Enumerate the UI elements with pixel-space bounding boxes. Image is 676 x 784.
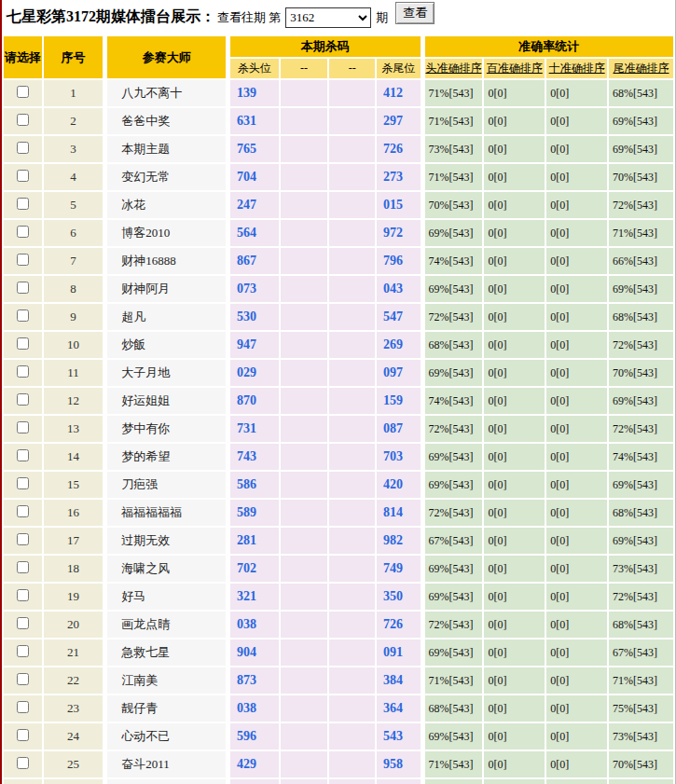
row-kill-tail[interactable]: 087 <box>377 416 421 442</box>
row-select-cell <box>4 667 42 694</box>
row-checkbox[interactable] <box>17 309 29 322</box>
row-kill-mid1 <box>281 304 328 330</box>
row-checkbox[interactable] <box>17 617 29 629</box>
row-kill-tail[interactable]: 726 <box>377 136 421 162</box>
row-kill-head[interactable]: 429 <box>228 751 279 777</box>
subheader-kill-mid2: -- <box>329 59 375 78</box>
row-kill-tail[interactable]: 043 <box>377 276 421 302</box>
row-kill-head[interactable]: 530 <box>228 304 279 330</box>
row-kill-head[interactable]: 873 <box>228 667 279 694</box>
row-checkbox[interactable] <box>17 561 29 573</box>
row-kill-tail[interactable]: 384 <box>377 667 421 694</box>
row-master-name: 炒飯 <box>104 332 226 358</box>
view-button[interactable]: 查看 <box>395 2 435 24</box>
row-kill-tail[interactable]: 269 <box>377 332 421 358</box>
row-kill-tail[interactable]: 350 <box>377 584 421 610</box>
row-kill-head[interactable]: 073 <box>228 276 279 302</box>
row-kill-head[interactable]: 702 <box>228 556 279 582</box>
row-checkbox[interactable] <box>17 170 29 182</box>
row-kill-head[interactable]: 596 <box>228 723 279 750</box>
row-checkbox[interactable] <box>17 449 29 461</box>
row-kill-head[interactable]: 038 <box>228 612 279 638</box>
row-kill-head[interactable]: 029 <box>228 360 279 386</box>
row-select-cell <box>4 751 42 777</box>
row-checkbox[interactable] <box>17 533 29 545</box>
period-select[interactable]: 3162 <box>285 7 371 28</box>
row-kill-tail[interactable]: 972 <box>377 220 421 246</box>
row-kill-head[interactable]: 321 <box>228 584 279 610</box>
table-row: 11 大子月地 029 097 69%[543] 0[0] 0[0] 70%[5… <box>4 360 673 386</box>
row-checkbox[interactable] <box>17 114 29 126</box>
row-checkbox[interactable] <box>17 282 29 294</box>
row-checkbox[interactable] <box>17 393 29 406</box>
row-stat-tail: 70%[543] <box>609 360 673 386</box>
row-master-name: 心动不已 <box>104 723 226 750</box>
row-kill-head[interactable]: 867 <box>228 248 279 274</box>
row-kill-tail[interactable]: 703 <box>377 444 421 470</box>
row-checkbox[interactable] <box>17 645 29 657</box>
row-checkbox[interactable] <box>17 226 29 238</box>
subheader-stats-tail-link[interactable]: 尾准确排序 <box>614 62 669 75</box>
row-checkbox[interactable] <box>17 589 29 601</box>
row-checkbox[interactable] <box>17 198 29 210</box>
subheader-stats-hundred-link[interactable]: 百准确排序 <box>487 62 543 75</box>
row-kill-tail[interactable]: 297 <box>377 108 421 134</box>
row-checkbox[interactable] <box>17 729 29 741</box>
header-index: 序号 <box>44 36 103 78</box>
row-kill-head[interactable]: 870 <box>228 388 279 414</box>
table-row: 1 八九不离十 139 412 71%[543] 0[0] 0[0] 68%[5… <box>4 80 673 106</box>
row-kill-head[interactable]: 731 <box>228 416 279 442</box>
row-kill-tail[interactable]: 749 <box>377 556 421 582</box>
row-kill-head[interactable]: 564 <box>228 220 279 246</box>
row-kill-head[interactable] <box>228 779 279 784</box>
row-kill-tail[interactable] <box>377 779 421 784</box>
row-kill-tail[interactable]: 543 <box>377 723 421 750</box>
row-kill-head[interactable]: 038 <box>228 695 279 722</box>
row-kill-tail[interactable]: 364 <box>377 695 421 722</box>
row-checkbox[interactable] <box>17 337 29 350</box>
row-kill-tail[interactable]: 273 <box>377 164 421 190</box>
row-checkbox[interactable] <box>17 365 29 378</box>
row-checkbox[interactable] <box>17 421 29 433</box>
row-kill-head[interactable]: 247 <box>228 192 279 218</box>
row-stat-hundred: 0[0] <box>484 667 545 694</box>
row-kill-tail[interactable]: 091 <box>377 640 421 666</box>
title-bar: 七星彩第3172期媒体擂台展示： 查看往期 第 3162 期 查看 <box>2 0 675 34</box>
row-checkbox[interactable] <box>17 477 29 489</box>
row-checkbox[interactable] <box>17 505 29 517</box>
row-kill-tail[interactable]: 412 <box>377 80 421 106</box>
row-kill-head[interactable]: 139 <box>228 80 279 106</box>
row-kill-head[interactable]: 586 <box>228 472 279 498</box>
row-checkbox[interactable] <box>17 86 29 98</box>
row-checkbox[interactable] <box>17 142 29 154</box>
row-kill-tail[interactable]: 814 <box>377 500 421 526</box>
row-checkbox[interactable] <box>17 701 29 713</box>
row-checkbox[interactable] <box>17 757 29 769</box>
row-kill-tail[interactable]: 982 <box>377 528 421 554</box>
row-kill-head[interactable]: 743 <box>228 444 279 470</box>
row-kill-tail[interactable]: 547 <box>377 304 421 330</box>
row-kill-mid1 <box>281 332 328 358</box>
row-master-name: 刀疤强 <box>104 472 226 498</box>
subheader-stats-ten-link[interactable]: 十准确排序 <box>549 62 605 75</box>
row-kill-head[interactable]: 589 <box>228 500 279 526</box>
row-checkbox[interactable] <box>17 673 29 685</box>
row-kill-tail[interactable]: 015 <box>377 192 421 218</box>
row-kill-tail[interactable]: 726 <box>377 612 421 638</box>
row-kill-tail[interactable]: 420 <box>377 472 421 498</box>
row-kill-head[interactable]: 631 <box>228 108 279 134</box>
row-kill-head[interactable]: 947 <box>228 332 279 358</box>
row-kill-head[interactable]: 281 <box>228 528 279 554</box>
row-kill-tail[interactable]: 097 <box>377 360 421 386</box>
row-kill-tail[interactable]: 796 <box>377 248 421 274</box>
row-kill-head[interactable]: 904 <box>228 640 279 666</box>
row-stat-tail: 73%[543] <box>609 723 673 750</box>
row-select-cell <box>4 779 42 784</box>
row-select-cell <box>4 723 42 750</box>
row-kill-tail[interactable]: 159 <box>377 388 421 414</box>
subheader-stats-head-link[interactable]: 头准确排序 <box>425 62 481 75</box>
row-checkbox[interactable] <box>17 254 29 266</box>
row-kill-head[interactable]: 704 <box>228 164 279 190</box>
row-kill-head[interactable]: 765 <box>228 136 279 162</box>
row-kill-tail[interactable]: 958 <box>377 751 421 777</box>
